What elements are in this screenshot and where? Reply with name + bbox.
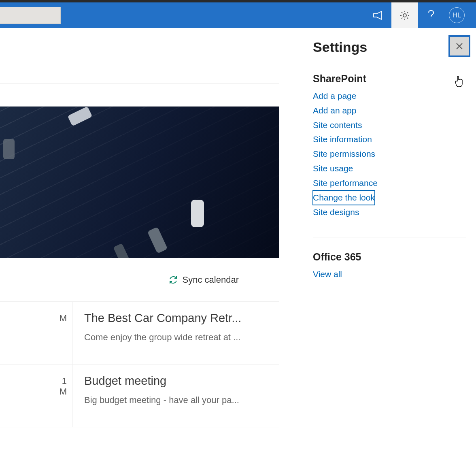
settings-section-heading: Office 365 bbox=[313, 251, 466, 263]
settings-panel: Settings SharePoint Add a page Add an ap… bbox=[303, 28, 476, 465]
event-item[interactable]: 1 M Budget meeting Big budget meeting - … bbox=[0, 365, 279, 427]
link-add-an-app[interactable]: Add an app bbox=[313, 103, 356, 118]
close-icon bbox=[455, 42, 464, 51]
event-time: M bbox=[0, 302, 73, 364]
help-icon bbox=[427, 10, 435, 21]
link-add-a-page[interactable]: Add a page bbox=[313, 89, 356, 103]
megaphone-icon bbox=[373, 11, 384, 20]
calendar-toolbar: Sync calendar bbox=[0, 258, 279, 302]
help-button[interactable] bbox=[418, 2, 444, 28]
page-header-area bbox=[0, 28, 279, 84]
sync-icon bbox=[168, 275, 178, 285]
hero-image bbox=[0, 107, 279, 258]
svg-point-0 bbox=[403, 14, 406, 17]
event-title: The Best Car Company Retr... bbox=[84, 311, 269, 325]
suite-header: HL bbox=[0, 2, 476, 28]
avatar-initials: HL bbox=[453, 11, 461, 19]
avatar[interactable]: HL bbox=[449, 7, 465, 23]
sync-calendar-button[interactable]: Sync calendar bbox=[168, 275, 239, 285]
close-button[interactable] bbox=[448, 35, 470, 57]
settings-panel-title: Settings bbox=[313, 39, 466, 55]
link-site-performance[interactable]: Site performance bbox=[313, 176, 378, 190]
gear-icon bbox=[400, 10, 410, 21]
settings-section-heading: SharePoint bbox=[313, 73, 466, 85]
search-input[interactable] bbox=[0, 7, 61, 24]
link-view-all[interactable]: View all bbox=[313, 267, 342, 282]
link-change-the-look[interactable]: Change the look bbox=[313, 190, 375, 205]
event-time: 1 M bbox=[0, 365, 73, 427]
events-list: M The Best Car Company Retr... Come enjo… bbox=[0, 302, 279, 427]
link-site-designs[interactable]: Site designs bbox=[313, 205, 359, 220]
sharepoint-links: Add a page Add an app Site contents Site… bbox=[313, 89, 466, 219]
divider bbox=[313, 237, 466, 237]
command-bar bbox=[0, 84, 279, 107]
sync-calendar-label: Sync calendar bbox=[183, 275, 239, 285]
office365-links: View all bbox=[313, 267, 466, 282]
page-content: Sync calendar M The Best Car Company Ret… bbox=[0, 28, 279, 465]
settings-button[interactable] bbox=[391, 2, 418, 28]
link-site-information[interactable]: Site information bbox=[313, 132, 372, 147]
event-description: Come enjoy the group wide retreat at ... bbox=[84, 332, 269, 343]
event-description: Big budget meeting - have all your pa... bbox=[84, 395, 269, 405]
megaphone-button[interactable] bbox=[365, 2, 391, 28]
event-title: Budget meeting bbox=[84, 374, 269, 388]
link-site-contents[interactable]: Site contents bbox=[313, 118, 362, 132]
link-site-usage[interactable]: Site usage bbox=[313, 161, 353, 176]
link-site-permissions[interactable]: Site permissions bbox=[313, 147, 375, 161]
event-item[interactable]: M The Best Car Company Retr... Come enjo… bbox=[0, 302, 279, 365]
